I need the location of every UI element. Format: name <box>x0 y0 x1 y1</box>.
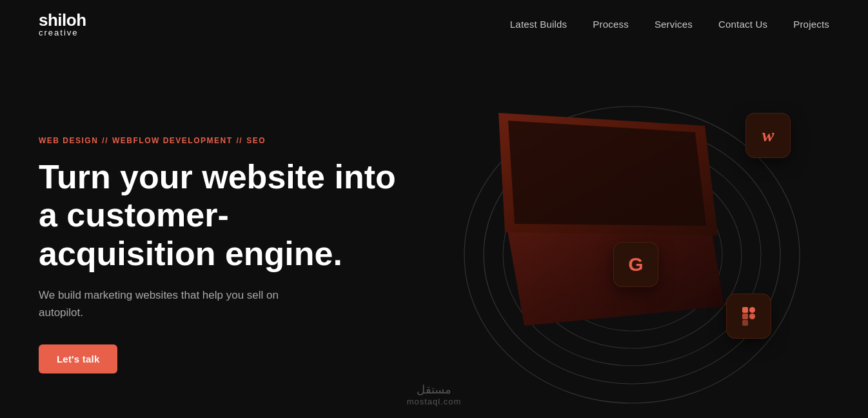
hero-title: Turn your website into a customer-acquis… <box>39 158 400 274</box>
hero-subtitle: We build marketing websites that help yo… <box>39 286 322 321</box>
tag-divider-1: // <box>102 136 108 145</box>
svg-rect-13 <box>742 314 748 319</box>
nav-latest-builds[interactable]: Latest Builds <box>510 19 567 30</box>
watermark-arabic: مستقل <box>407 383 462 397</box>
svg-rect-15 <box>749 314 755 319</box>
logo-name: shiloh <box>39 12 86 28</box>
watermark: مستقل mostaql.com <box>407 383 462 406</box>
tag-webflow: WEBFLOW DEVELOPMENT <box>112 136 233 145</box>
cta-button[interactable]: Let's talk <box>39 344 117 373</box>
nav-projects[interactable]: Projects <box>793 19 829 30</box>
navbar: shiloh creative Latest Builds Process Se… <box>0 0 868 48</box>
logo[interactable]: shiloh creative <box>39 12 86 37</box>
nav-services[interactable]: Services <box>655 19 693 30</box>
laptop-lid <box>492 106 724 255</box>
figma-icon <box>737 304 760 328</box>
nav-links: Latest Builds Process Services Contact U… <box>510 19 829 30</box>
logo-tagline: creative <box>39 28 86 37</box>
icon-card-google: G <box>613 242 658 287</box>
webflow-icon: w <box>762 125 774 146</box>
nav-contact-us[interactable]: Contact Us <box>718 19 767 30</box>
nav-process[interactable]: Process <box>593 19 629 30</box>
watermark-latin: mostaql.com <box>407 397 462 406</box>
hero-content: WEB DESIGN // WEBFLOW DEVELOPMENT // SEO… <box>39 136 434 374</box>
hero-visual: w G <box>434 74 829 418</box>
svg-rect-14 <box>742 320 748 326</box>
hero-tags: WEB DESIGN // WEBFLOW DEVELOPMENT // SEO <box>39 136 434 145</box>
icon-card-figma <box>726 294 771 339</box>
tag-divider-2: // <box>237 136 243 145</box>
svg-marker-10 <box>508 121 706 226</box>
svg-rect-12 <box>749 307 755 313</box>
hero-section: WEB DESIGN // WEBFLOW DEVELOPMENT // SEO… <box>0 48 868 418</box>
tag-seo: SEO <box>246 136 266 145</box>
icon-card-webflow: w <box>745 113 791 158</box>
tag-web-design: WEB DESIGN <box>39 136 98 145</box>
google-icon: G <box>628 254 643 275</box>
svg-rect-11 <box>742 307 748 313</box>
